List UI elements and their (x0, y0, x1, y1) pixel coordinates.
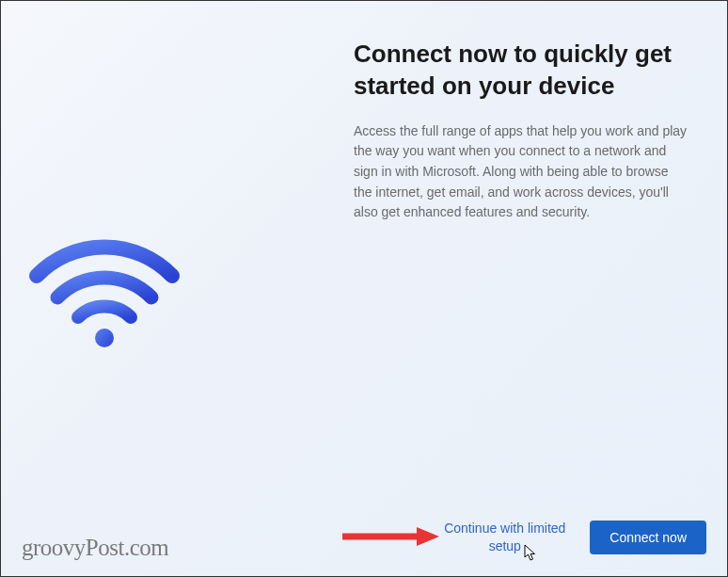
watermark-text: groovyPost.com (22, 535, 168, 561)
continue-limited-setup-link[interactable]: Continue with limited setup (436, 520, 573, 555)
left-illustration-panel (1, 1, 354, 576)
setup-window: Connect now to quickly get started on yo… (0, 0, 728, 577)
wifi-icon (29, 236, 180, 349)
right-text-panel: Connect now to quickly get started on yo… (354, 1, 727, 576)
content-area: Connect now to quickly get started on yo… (1, 1, 727, 576)
arrow-annotation-icon (340, 525, 439, 548)
page-description: Access the full range of apps that help … (354, 121, 689, 223)
svg-point-0 (95, 329, 114, 347)
connect-now-button[interactable]: Connect now (590, 521, 706, 554)
footer-area: groovyPost.com Continue with limited set… (1, 491, 727, 576)
action-buttons: Continue with limited setup Connect now (436, 520, 706, 555)
page-title: Connect now to quickly get started on yo… (354, 39, 689, 103)
